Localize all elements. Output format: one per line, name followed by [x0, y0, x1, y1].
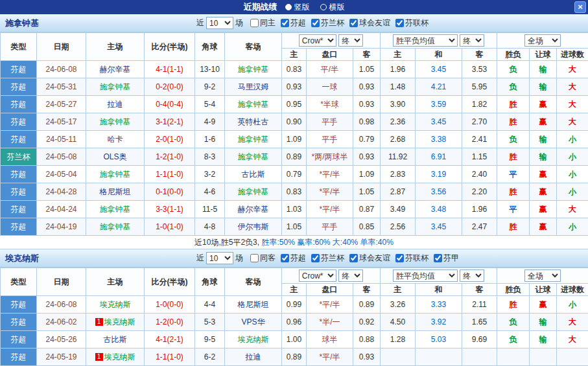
- win-odds: 1.96: [381, 61, 416, 78]
- avg-odds-select[interactable]: 胜平负均值: [393, 269, 458, 282]
- col-l-header: 客: [462, 284, 497, 296]
- near-label: 近: [196, 17, 204, 29]
- league-filter[interactable]: 球会友谊: [349, 253, 390, 264]
- league-filter-checkbox[interactable]: [311, 254, 320, 262]
- corners-cell: 1-6: [195, 131, 225, 148]
- home-team-link[interactable]: 哈卡: [108, 135, 123, 144]
- away-team-link[interactable]: 古比斯: [242, 170, 265, 179]
- col-hres-header: 让球: [530, 284, 557, 296]
- match-count-select[interactable]: 10: [206, 252, 233, 264]
- away-team-link[interactable]: 赫尔辛基: [238, 205, 269, 214]
- league-filter[interactable]: 芬联杯: [395, 253, 429, 264]
- odds-state-select[interactable]: 终: [338, 34, 363, 47]
- league-filter-checkbox[interactable]: [281, 19, 289, 27]
- avg-state-select[interactable]: 终: [460, 269, 484, 282]
- home-team-link[interactable]: 施拿钟基: [100, 170, 131, 179]
- away-team-link[interactable]: 埃克纳斯: [238, 335, 269, 344]
- same-venue-filter-checkbox[interactable]: [250, 254, 259, 262]
- win-odds: 3.49: [381, 201, 416, 218]
- games-label: 场: [235, 17, 243, 29]
- match-count-select[interactable]: 10: [206, 17, 233, 29]
- away-team-link[interactable]: 施拿钟基: [238, 100, 269, 109]
- away-team-link[interactable]: 施拿钟基: [238, 65, 269, 74]
- league-filter[interactable]: 芬联杯: [395, 17, 429, 29]
- col-h-header: 主: [282, 284, 307, 296]
- league-filter-checkbox[interactable]: [281, 254, 289, 262]
- avg-state-select[interactable]: 终: [460, 34, 484, 47]
- corners-cell: 5-4: [195, 96, 225, 113]
- league-filter[interactable]: 芬超: [281, 253, 306, 264]
- away-team-cell: 拉迪: [225, 349, 282, 366]
- home-team-cell: 施拿钟基: [86, 201, 145, 218]
- result-group-header: 全场: [497, 268, 588, 284]
- bookmaker-select[interactable]: Crow*: [299, 269, 336, 282]
- bookmaker-select[interactable]: Crow*: [299, 34, 336, 47]
- home-team-link[interactable]: OLS奥: [103, 152, 126, 161]
- date-cell: 24-05-08: [37, 148, 86, 166]
- away-team-link[interactable]: 施拿钟基: [238, 187, 269, 196]
- home-team-link[interactable]: 拉迪: [108, 100, 123, 109]
- home-team-link[interactable]: 古比斯: [104, 335, 127, 344]
- away-team-link[interactable]: 拉迪: [246, 352, 261, 361]
- league-filter-checkbox[interactable]: [434, 254, 442, 262]
- same-venue-filter[interactable]: 同主: [250, 17, 276, 29]
- score-cell: 2-0(1-0): [145, 131, 195, 148]
- league-cell: 芬超: [1, 131, 37, 148]
- scope-select[interactable]: 全场: [524, 269, 561, 282]
- home-team-link[interactable]: 埃克纳斯: [100, 300, 131, 309]
- home-team-link[interactable]: 施拿钟基: [100, 222, 131, 231]
- avg-odds-select[interactable]: 胜平负均值: [393, 34, 458, 47]
- away-team-link[interactable]: VPS华: [241, 317, 265, 326]
- handicap-result: 输: [530, 78, 557, 96]
- league-filter[interactable]: 芬超: [281, 17, 306, 29]
- goals-result: 小: [557, 148, 588, 166]
- league-filter-checkbox[interactable]: [349, 19, 358, 27]
- home-team-link[interactable]: 施拿钟基: [100, 82, 131, 91]
- lose-odds: 2.20: [462, 183, 497, 201]
- handicap-home-odds: 0.90: [282, 113, 307, 131]
- league-filter[interactable]: 芬甲: [434, 253, 459, 264]
- league-filter-checkbox[interactable]: [311, 19, 320, 27]
- same-venue-filter-checkbox[interactable]: [250, 19, 259, 27]
- league-filter-checkbox[interactable]: [349, 254, 358, 262]
- score-cell: 1-0(1-0): [145, 218, 195, 236]
- home-team-link[interactable]: 赫尔辛基: [100, 65, 131, 74]
- col-w-header: 主: [381, 49, 416, 61]
- away-team-link[interactable]: 伊尔韦斯: [238, 222, 269, 231]
- home-team-link[interactable]: 施拿钟基: [100, 205, 131, 214]
- away-team-link[interactable]: 格尼斯坦: [238, 300, 269, 309]
- home-team-link[interactable]: 格尼斯坦: [100, 187, 131, 196]
- score-cell: 1-1(1-0): [145, 349, 195, 366]
- home-team-link[interactable]: 埃克纳斯: [104, 352, 135, 361]
- handicap-away-odds: 0.93: [353, 78, 381, 96]
- away-team-cell: 马里汉姆: [225, 78, 282, 96]
- col-gres-header: 进球数: [557, 284, 588, 296]
- home-team-link[interactable]: 埃克纳斯: [104, 317, 135, 326]
- scope-select[interactable]: 全场: [524, 34, 561, 47]
- date-cell: 24-05-11: [37, 131, 86, 148]
- away-team-link[interactable]: 英特杜古: [238, 117, 269, 126]
- view-mode-radio[interactable]: 竖版: [285, 2, 310, 13]
- results-table: 类型日期主场比分(半场)角球客场Crow* 终胜平负均值 终全场主盘口客主和客胜…: [0, 268, 588, 366]
- league-filter-checkbox[interactable]: [395, 254, 404, 262]
- league-filter[interactable]: 球会友谊: [349, 17, 390, 29]
- away-team-link[interactable]: 马里汉姆: [238, 82, 269, 91]
- same-venue-filter[interactable]: 同客: [250, 253, 276, 264]
- recent-results-window: 近期战绩 竖版横版 × 施拿钟基近10场同主芬超芬兰杯球会友谊芬联杯类型日期主场…: [0, 0, 588, 366]
- league-filter[interactable]: 芬兰杯: [311, 253, 344, 264]
- view-mode-radio[interactable]: 横版: [320, 2, 345, 13]
- away-team-link[interactable]: 施拿钟基: [238, 152, 269, 161]
- lose-odds: 2.47: [462, 218, 497, 236]
- league-filter[interactable]: 芬兰杯: [311, 17, 344, 29]
- header-row-groups: 类型日期主场比分(半场)角球客场Crow* 终胜平负均值 终全场: [1, 33, 588, 49]
- draw-odds: 3.59: [416, 96, 462, 113]
- odds-state-select[interactable]: 终: [338, 269, 363, 282]
- away-team-link[interactable]: 施拿钟基: [238, 135, 269, 144]
- red-card-badge: 1: [95, 318, 103, 326]
- handicap-home-odds: 0.89: [282, 349, 307, 366]
- close-button[interactable]: ×: [574, 1, 586, 13]
- match-result: 负: [497, 61, 530, 78]
- home-team-link[interactable]: 施拿钟基: [100, 117, 131, 126]
- league-filter-checkbox[interactable]: [395, 19, 404, 27]
- home-team-cell: OLS奥: [86, 148, 145, 166]
